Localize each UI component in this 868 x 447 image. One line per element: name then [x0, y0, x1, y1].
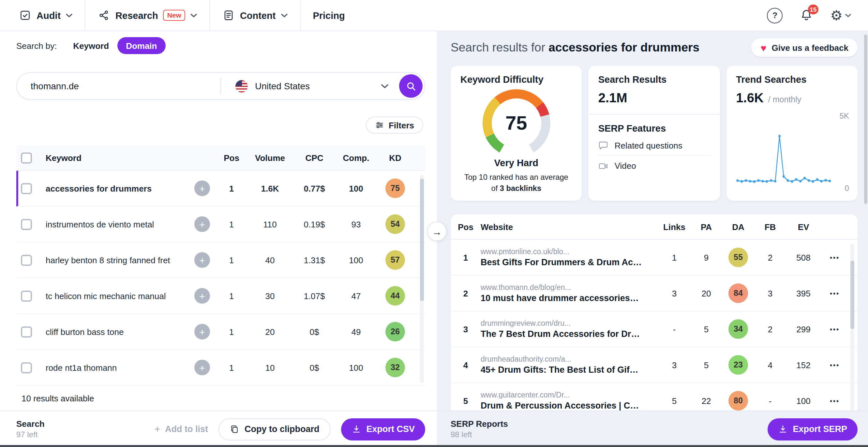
add-keyword-button[interactable]: + [194, 252, 210, 268]
nav-research[interactable]: Research New [86, 0, 209, 31]
row-checkbox[interactable] [21, 362, 32, 373]
serp-pos: 1 [451, 252, 480, 262]
nav-pricing[interactable]: Pricing [300, 0, 357, 31]
top-nav: Audit Research New Content Pricing ? [0, 0, 868, 31]
serp-ev: 152 [786, 360, 821, 370]
notification-count-badge: 15 [808, 5, 818, 14]
col-pa: PA [691, 222, 722, 232]
serp-fb: 3 [754, 288, 786, 298]
search-button[interactable] [399, 74, 423, 98]
keyword-row[interactable]: tc helicon mic mechanic manual + 1 30 1.… [16, 278, 425, 314]
serp-row[interactable]: 1 www.pmtonline.co.uk/blo... Best Gifts … [451, 240, 858, 276]
feature-label: Video [615, 161, 636, 171]
scrollbar-thumb[interactable] [864, 35, 867, 204]
scrollbar-thumb[interactable] [850, 261, 854, 329]
download-icon [778, 424, 787, 434]
add-keyword-button[interactable]: + [194, 360, 210, 375]
notifications-button[interactable]: 15 [800, 8, 813, 22]
row-actions-button[interactable]: ••• [830, 254, 840, 261]
serp-row[interactable]: 4 drumheadauthority.com/a... 45+ Drum Gi… [451, 347, 858, 383]
cpc-cell: 1.07$ [293, 291, 335, 301]
keyword-row[interactable]: cliff burton bass tone + 1 20 0$ 49 26 [16, 314, 425, 350]
search-results-card: Search Results 2.1M SERP Features Relate… [589, 66, 720, 201]
nav-audit[interactable]: Audit [6, 0, 85, 31]
row-checkbox[interactable] [21, 183, 32, 194]
serp-url: www.guitarcenter.com/Dr... [480, 391, 653, 399]
serp-ev: 299 [786, 324, 821, 334]
serp-title-link[interactable]: 10 must have drummer accessories… [480, 293, 653, 303]
serp-title-link[interactable]: Best Gifts For Drummers & Drum Ac… [480, 257, 653, 267]
country-selector[interactable]: United States [221, 80, 399, 92]
keyword-cell: instrumentos de viento metal [45, 219, 194, 229]
title-keyword: accessories for drummers [549, 40, 700, 54]
serp-table-header: Pos Website Links PA DA FB EV [451, 214, 858, 240]
gear-icon: ⚙ [830, 8, 843, 22]
keyword-table: Keyword Pos Volume CPC Comp. KD accessor… [16, 145, 425, 386]
keyword-panel: Search by: Keyword Domain United States … [0, 31, 437, 447]
serp-links: 1 [658, 252, 691, 262]
serp-row[interactable]: 2 www.thomann.de/blog/en... 10 must have… [451, 276, 858, 311]
comp-cell: 100 [335, 363, 377, 372]
keyword-row[interactable]: harley benton 8 string fanned fret + 1 4… [16, 242, 425, 278]
serp-links: - [658, 324, 691, 334]
serp-title-link[interactable]: The 7 Best Drum Accessories for Dr… [480, 329, 653, 339]
row-checkbox[interactable] [21, 218, 32, 230]
serp-table-scrollbar[interactable] [850, 244, 854, 411]
credits-label: Search [16, 419, 45, 429]
row-actions-button[interactable]: ••• [830, 325, 840, 333]
serp-title-link[interactable]: 45+ Drum Gifts: The Best List of Gif… [480, 365, 653, 375]
add-to-list-button[interactable]: + Add to list [154, 424, 208, 434]
add-keyword-button[interactable]: + [194, 288, 210, 304]
copy-to-clipboard-button[interactable]: Copy to clipboard [218, 418, 331, 440]
settings-button[interactable]: ⚙ [830, 8, 851, 22]
help-icon[interactable]: ? [767, 7, 782, 23]
credits-remaining: 98 left [451, 430, 508, 439]
comp-cell: 93 [335, 219, 377, 229]
mode-domain-pill[interactable]: Domain [117, 37, 165, 54]
da-badge: 80 [728, 391, 748, 411]
serp-pa: 20 [691, 288, 722, 298]
keyword-row[interactable]: rode nt1a thomann + 1 10 0$ 100 32 [16, 350, 425, 386]
serp-row[interactable]: 3 drummingreview.com/dru... The 7 Best D… [451, 311, 858, 347]
scrollbar-thumb[interactable] [420, 178, 424, 301]
col-website: Website [480, 222, 658, 232]
row-checkbox[interactable] [21, 254, 32, 266]
select-all-checkbox[interactable] [21, 152, 32, 163]
serp-fb: - [754, 396, 786, 406]
row-checkbox[interactable] [21, 290, 32, 301]
keyword-table-scrollbar[interactable] [420, 175, 424, 383]
filters-button[interactable]: Filters [366, 117, 423, 134]
title-prefix: Search results for [451, 40, 549, 54]
col-pos: Pos [451, 222, 480, 232]
serp-fb: 2 [754, 324, 786, 334]
collapse-panel-button[interactable]: → [427, 221, 447, 241]
keyword-table-header: Keyword Pos Volume CPC Comp. KD [16, 145, 425, 171]
row-actions-button[interactable]: ••• [830, 397, 840, 404]
add-keyword-button[interactable]: + [194, 180, 210, 196]
export-csv-button[interactable]: Export CSV [341, 418, 425, 440]
serp-title-link[interactable]: Drum & Percussion Accessories | C… [480, 401, 653, 411]
nav-content[interactable]: Content [210, 0, 300, 31]
trend-ymax-label: 5K [840, 111, 849, 121]
search-mode-toggle: Keyword Domain [65, 37, 165, 54]
pos-cell: 1 [217, 255, 247, 265]
row-actions-button[interactable]: ••• [830, 289, 840, 297]
window-scrollbar[interactable] [864, 33, 867, 442]
keyword-row[interactable]: accessories for drummers + 1 1.6K 0.77$ … [16, 171, 425, 207]
export-serp-button[interactable]: Export SERP [767, 418, 858, 440]
add-keyword-button[interactable]: + [194, 324, 210, 340]
row-actions-button[interactable]: ••• [830, 361, 840, 369]
keyword-row[interactable]: instrumentos de viento metal + 1 110 0.1… [16, 207, 425, 242]
feedback-button[interactable]: ♥ Give us a feedback [752, 38, 858, 57]
us-flag-icon [236, 80, 248, 92]
serp-pos: 5 [451, 396, 480, 406]
domain-input[interactable] [17, 81, 220, 91]
kd-badge: 75 [385, 178, 405, 198]
nav-content-label: Content [240, 10, 276, 21]
chevron-down-icon [66, 13, 72, 17]
serp-row[interactable]: 5 www.guitarcenter.com/Dr... Drum & Perc… [451, 383, 858, 414]
row-checkbox[interactable] [21, 326, 32, 337]
add-keyword-button[interactable]: + [194, 216, 210, 232]
nav-audit-label: Audit [36, 10, 61, 21]
mode-keyword-pill[interactable]: Keyword [65, 37, 117, 54]
